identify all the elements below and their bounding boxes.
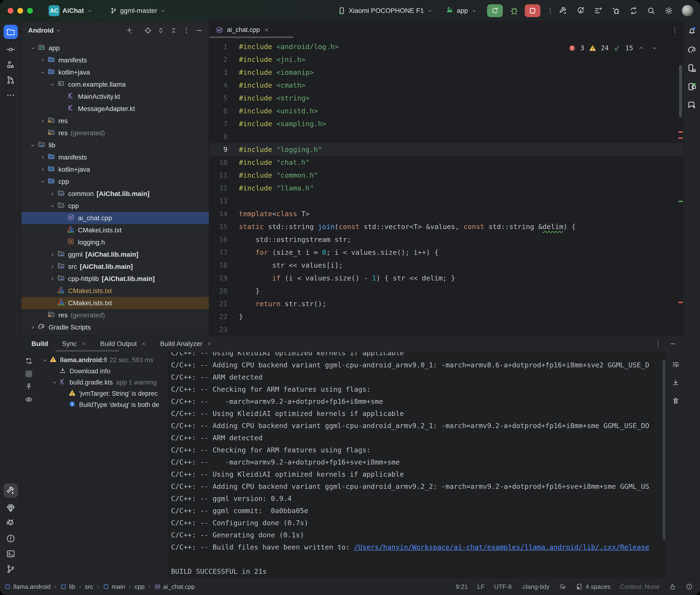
- build-tab[interactable]: Sync: [62, 340, 86, 348]
- error-stripe-mark[interactable]: [678, 302, 683, 303]
- code-line[interactable]: 8: [209, 130, 683, 143]
- code-line[interactable]: 11#include "common.h": [209, 169, 683, 182]
- tool-strip-pull-requests-button[interactable]: [6, 75, 16, 85]
- project-tree-item[interactable]: logging.h: [22, 236, 209, 248]
- apply-changes-button[interactable]: [576, 6, 585, 15]
- chevron-right-icon[interactable]: [50, 191, 55, 197]
- breadcrumb-item[interactable]: lib: [60, 583, 75, 591]
- chevron-right-icon[interactable]: [40, 167, 46, 172]
- build-console[interactable]: C/C++: -- Using KleidiAI optimized kerne…: [168, 352, 666, 578]
- code-line[interactable]: 21 return str.str();: [209, 298, 683, 310]
- code-line[interactable]: 5#include <string>: [209, 92, 683, 105]
- error-stripe-mark[interactable]: [678, 131, 683, 133]
- filter-square-button[interactable]: [25, 370, 33, 378]
- tool-strip-project-folder-button[interactable]: [4, 25, 18, 39]
- project-tree-item[interactable]: com.example.llama: [22, 78, 209, 90]
- close-window-button[interactable]: [8, 8, 13, 13]
- build-hammer-button[interactable]: [559, 6, 567, 15]
- console-link[interactable]: /Users/hanyin/Workspace/ai-chat/examples…: [354, 543, 649, 551]
- project-view-selector[interactable]: Android: [28, 27, 61, 34]
- hide-button[interactable]: [196, 27, 203, 34]
- project-tree-item[interactable]: common[AiChat.lib.main]: [22, 188, 209, 200]
- more-vertical-button[interactable]: [183, 27, 190, 34]
- editor-tab[interactable]: C ai_chat.cpp: [209, 22, 276, 38]
- project-tree-item[interactable]: Gradle Scripts: [22, 321, 209, 333]
- project-tree-item[interactable]: app: [22, 42, 209, 54]
- clear-button[interactable]: [672, 397, 680, 405]
- project-tree-item[interactable]: cpp: [22, 200, 209, 212]
- tool-strip-version-control-button[interactable]: [6, 564, 16, 574]
- code-line[interactable]: 14template<class T>: [209, 207, 683, 220]
- chevron-right-icon[interactable]: [40, 154, 46, 160]
- project-tree-item[interactable]: src[AiChat.lib.main]: [22, 260, 209, 273]
- project-tree-item[interactable]: lib: [22, 139, 209, 151]
- status-formatter[interactable]: [559, 583, 566, 590]
- tool-strip-gradle-button[interactable]: [687, 45, 697, 54]
- code-line[interactable]: 20 }: [209, 285, 683, 298]
- code-line[interactable]: 13: [209, 195, 683, 207]
- build-tree-item[interactable]: BuildType 'debug' is both de: [41, 399, 167, 410]
- status--clang-tidy[interactable]: .clang-tidy: [521, 583, 550, 591]
- code-line[interactable]: 19 if (i < values.size() - 1) { str << d…: [209, 272, 683, 285]
- code-line[interactable]: 3#include <iomanip>: [209, 66, 683, 79]
- code-line[interactable]: 16 std::ostringstream str;: [209, 233, 683, 246]
- close-icon[interactable]: [264, 27, 270, 33]
- project-tree-item[interactable]: res(generated): [22, 309, 209, 321]
- breadcrumb-item[interactable]: llama.android: [4, 583, 51, 591]
- project-selector[interactable]: AC AiChat: [49, 5, 93, 16]
- build-options-button[interactable]: [654, 340, 662, 347]
- attach-debugger-button[interactable]: [611, 6, 620, 15]
- chevron-right-icon[interactable]: [50, 252, 55, 257]
- editor-scrollbar[interactable]: [679, 65, 682, 117]
- chevron-right-icon[interactable]: [30, 324, 36, 330]
- code-line[interactable]: 12#include "llama.h": [209, 182, 683, 195]
- project-tree-item[interactable]: kotlin+java: [22, 66, 209, 78]
- chevron-down-icon[interactable]: [40, 69, 46, 75]
- chevron-down-icon[interactable]: [42, 358, 48, 363]
- code-line[interactable]: 10#include "chat.h": [209, 156, 683, 169]
- rerun-button[interactable]: [487, 4, 503, 17]
- project-tree-item[interactable]: ggml[AiChat.lib.main]: [22, 248, 209, 260]
- status-error-outline[interactable]: [686, 583, 693, 590]
- profiler-button[interactable]: [594, 6, 603, 15]
- project-tree-item[interactable]: CMakeLists.txt: [22, 224, 209, 236]
- debug-button[interactable]: [509, 6, 519, 16]
- code-line[interactable]: 23: [209, 323, 683, 335]
- status-context-none[interactable]: Context: None: [620, 583, 660, 591]
- project-tree-item[interactable]: CMakeLists.txt: [22, 297, 209, 309]
- build-tree-item[interactable]: Download info: [41, 366, 167, 377]
- code-area[interactable]: 1#include <android/log.h>2#include <jni.…: [209, 39, 683, 335]
- tool-strip-device-manager-button[interactable]: [687, 63, 697, 73]
- breadcrumb-item[interactable]: src: [85, 583, 93, 591]
- avatar[interactable]: [682, 5, 693, 17]
- status-utf-8[interactable]: UTF-8: [494, 583, 512, 591]
- tool-strip-more-horizontal-button[interactable]: [6, 90, 16, 100]
- preview-button[interactable]: [25, 395, 33, 403]
- breadcrumb-item[interactable]: Cai_chat.cpp: [154, 583, 195, 591]
- tool-strip-build-hammer-button[interactable]: [4, 483, 18, 498]
- status-lock-open[interactable]: [669, 583, 676, 590]
- status-9-21[interactable]: 9:21: [456, 583, 468, 591]
- chevron-down-icon[interactable]: [50, 82, 55, 87]
- project-tree-item[interactable]: cpp-httplib[AiChat.lib.main]: [22, 273, 209, 285]
- tool-strip-problems-button[interactable]: [6, 534, 16, 543]
- editor-options-button[interactable]: [671, 26, 678, 34]
- build-tabbar-scrollbar[interactable]: [55, 350, 119, 352]
- previous-problem-button[interactable]: [638, 45, 644, 51]
- minimize-window-button[interactable]: [18, 8, 23, 13]
- chevron-right-icon[interactable]: [50, 276, 55, 282]
- search-button[interactable]: [647, 6, 656, 15]
- code-line[interactable]: 18 str << values[i];: [209, 259, 683, 272]
- code-line[interactable]: 22}: [209, 310, 683, 323]
- project-tree-item[interactable]: res(generated): [22, 127, 209, 139]
- expand-all-button[interactable]: [157, 27, 165, 34]
- tool-strip-terminal-button[interactable]: [6, 549, 16, 559]
- change-stripe-mark[interactable]: [678, 201, 683, 202]
- code-line[interactable]: 17 for (size_t i = 0; i < values.size();…: [209, 246, 683, 259]
- close-icon[interactable]: [207, 341, 212, 346]
- project-tree-item[interactable]: manifests: [22, 151, 209, 163]
- refresh-button[interactable]: [25, 357, 33, 365]
- chevron-down-icon[interactable]: [52, 380, 57, 386]
- project-tree-item[interactable]: res: [22, 115, 209, 127]
- breadcrumb-item[interactable]: main: [103, 583, 125, 591]
